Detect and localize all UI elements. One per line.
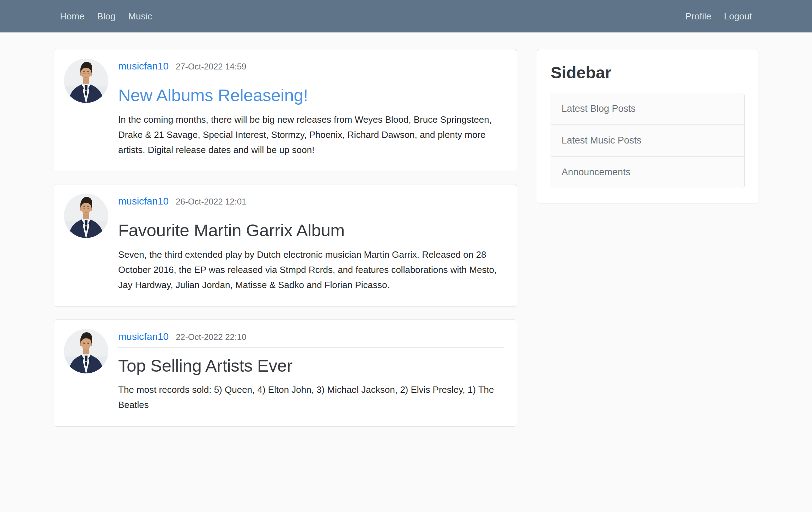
page-container: musicfan10 27-Oct-2022 14:59 New Albums … bbox=[48, 32, 764, 461]
sidebar-item-latest-blog-posts[interactable]: Latest Blog Posts bbox=[551, 93, 744, 125]
post-title[interactable]: Top Selling Artists Ever bbox=[118, 355, 504, 376]
avatar bbox=[64, 59, 108, 103]
post-header: musicfan10 26-Oct-2022 12:01 bbox=[118, 194, 504, 212]
post-card: musicfan10 22-Oct-2022 22:10 Top Selling… bbox=[54, 319, 517, 427]
nav-right-group: Profile Logout bbox=[679, 7, 758, 25]
post-content: musicfan10 26-Oct-2022 12:01 Favourite M… bbox=[118, 194, 506, 293]
post-feed: musicfan10 27-Oct-2022 14:59 New Albums … bbox=[54, 49, 517, 439]
sidebar-list: Latest Blog Posts Latest Music Posts Ann… bbox=[551, 93, 745, 188]
post-title: New Albums Releaseing! bbox=[118, 85, 504, 106]
post-body: In the coming months, there will be big … bbox=[118, 112, 504, 158]
sidebar-card: Sidebar Latest Blog Posts Latest Music P… bbox=[537, 49, 758, 203]
sidebar-title: Sidebar bbox=[551, 63, 745, 82]
nav-link-blog[interactable]: Blog bbox=[91, 7, 122, 25]
post-card: musicfan10 26-Oct-2022 12:01 Favourite M… bbox=[54, 184, 517, 306]
nav-link-music[interactable]: Music bbox=[122, 7, 158, 25]
post-header: musicfan10 27-Oct-2022 14:59 bbox=[118, 59, 504, 77]
navbar-container: Home Blog Music Profile Logout bbox=[48, 0, 764, 32]
post-title[interactable]: Favourite Martin Garrix Album bbox=[118, 220, 504, 241]
post-content: musicfan10 22-Oct-2022 22:10 Top Selling… bbox=[118, 329, 506, 413]
post-content: musicfan10 27-Oct-2022 14:59 New Albums … bbox=[118, 59, 506, 158]
post-timestamp: 27-Oct-2022 14:59 bbox=[176, 62, 246, 72]
post-timestamp: 22-Oct-2022 22:10 bbox=[176, 332, 246, 342]
avatar bbox=[64, 194, 108, 238]
avatar bbox=[64, 329, 108, 373]
post-card: musicfan10 27-Oct-2022 14:59 New Albums … bbox=[54, 49, 517, 171]
username-link[interactable]: musicfan10 bbox=[118, 61, 169, 72]
post-body: Seven, the third extended play by Dutch … bbox=[118, 247, 504, 293]
post-body: The most records sold: 5) Queen, 4) Elto… bbox=[118, 382, 504, 413]
navbar: Home Blog Music Profile Logout bbox=[0, 0, 812, 32]
sidebar-item-announcements[interactable]: Announcements bbox=[551, 157, 744, 188]
nav-link-profile[interactable]: Profile bbox=[679, 7, 718, 25]
post-timestamp: 26-Oct-2022 12:01 bbox=[176, 197, 246, 207]
nav-left-group: Home Blog Music bbox=[54, 7, 158, 25]
post-title-link[interactable]: New Albums Releaseing! bbox=[118, 86, 308, 105]
sidebar-item-latest-music-posts[interactable]: Latest Music Posts bbox=[551, 125, 744, 157]
post-header: musicfan10 22-Oct-2022 22:10 bbox=[118, 329, 504, 348]
nav-link-home[interactable]: Home bbox=[54, 7, 91, 25]
username-link[interactable]: musicfan10 bbox=[118, 331, 169, 342]
sidebar: Sidebar Latest Blog Posts Latest Music P… bbox=[537, 49, 758, 203]
nav-link-logout[interactable]: Logout bbox=[717, 7, 758, 25]
username-link[interactable]: musicfan10 bbox=[118, 196, 169, 207]
